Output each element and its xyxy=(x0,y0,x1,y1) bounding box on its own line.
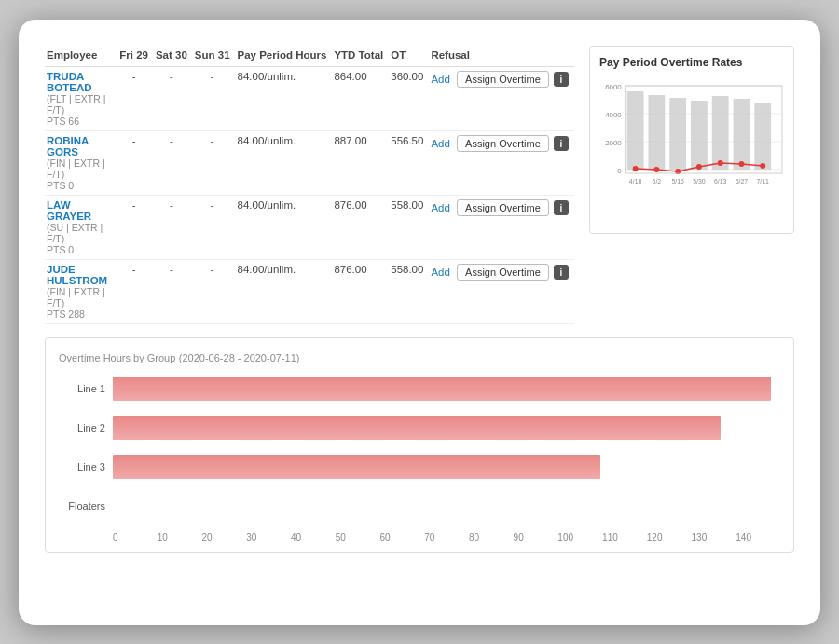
svg-text:4/18: 4/18 xyxy=(629,177,642,184)
fri-cell: - xyxy=(117,66,154,130)
ot-chart-svg: 6000 4000 2000 0 xyxy=(599,76,784,226)
pay-period-cell: 84.00/unlim. xyxy=(236,195,333,259)
bottom-chart-main-title: Overtime Hours by Group xyxy=(59,352,175,363)
main-content: Employee Fri 29 Sat 30 Sun 31 Pay Period… xyxy=(45,46,794,553)
svg-point-15 xyxy=(633,166,639,171)
sat-cell: - xyxy=(154,130,193,195)
svg-point-21 xyxy=(760,163,765,169)
hbar-row: Line 1 xyxy=(59,376,780,402)
fri-cell: - xyxy=(117,130,154,195)
axis-label: 90 xyxy=(514,532,558,542)
col-ot: OT xyxy=(389,46,429,67)
emp-name[interactable]: JUDEHULSTROM xyxy=(47,264,112,286)
hbar-row: Line 2 xyxy=(59,415,780,441)
emp-name[interactable]: TRUDABOTEAD xyxy=(47,71,112,93)
emp-pts: PTS 0 xyxy=(47,244,112,255)
sun-cell: - xyxy=(193,130,236,195)
axis-label: 40 xyxy=(291,532,336,542)
device-frame: Employee Fri 29 Sat 30 Sun 31 Pay Period… xyxy=(19,20,820,625)
employee-table-wrap: Employee Fri 29 Sat 30 Sun 31 Pay Period… xyxy=(45,46,574,324)
col-employee: Employee xyxy=(45,46,117,67)
svg-point-16 xyxy=(653,167,659,172)
col-fri: Fri 29 xyxy=(117,46,154,67)
pay-period-cell: 84.00/unlim. xyxy=(236,259,333,323)
hbar-track xyxy=(113,455,780,479)
info-icon[interactable]: i xyxy=(554,265,569,280)
axis-label: 50 xyxy=(336,532,380,542)
assign-overtime-button[interactable]: Assign Overtime xyxy=(457,199,549,216)
sat-cell: - xyxy=(154,259,193,323)
emp-name[interactable]: LAWGRAYER xyxy=(47,199,112,222)
svg-rect-8 xyxy=(627,91,644,170)
info-icon[interactable]: i xyxy=(554,136,569,151)
axis-label: 110 xyxy=(602,532,647,542)
add-link[interactable]: Add xyxy=(431,202,449,213)
col-sat: Sat 30 xyxy=(154,46,193,67)
svg-text:5/2: 5/2 xyxy=(653,177,662,184)
hbar-fill xyxy=(113,377,771,401)
emp-info-cell: LAWGRAYER (SU | EXTR | F/T) PTS 0 xyxy=(45,195,117,259)
emp-pts: PTS 288 xyxy=(47,308,112,320)
svg-rect-14 xyxy=(754,103,771,170)
add-link[interactable]: Add xyxy=(431,74,449,85)
employee-table: Employee Fri 29 Sat 30 Sun 31 Pay Period… xyxy=(45,46,574,324)
hbar-label: Line 2 xyxy=(59,422,113,433)
col-refusal: Refusal xyxy=(429,46,574,67)
pay-period-cell: 84.00/unlim. xyxy=(236,130,333,195)
hbar-label: Floaters xyxy=(59,500,113,512)
horiz-bar-chart: Line 1 Line 2 Line 3 Floaters xyxy=(59,376,780,519)
hbar-label: Line 1 xyxy=(59,383,113,394)
bar-chart-area: 6000 4000 2000 0 xyxy=(599,76,784,226)
add-link[interactable]: Add xyxy=(431,138,449,149)
emp-meta: (FIN | EXTR | F/T) xyxy=(47,158,112,180)
fri-cell: - xyxy=(117,195,154,259)
axis-label: 140 xyxy=(736,532,780,542)
col-pay-period: Pay Period Hours xyxy=(236,46,333,67)
hbar-track xyxy=(113,416,780,440)
assign-overtime-button[interactable]: Assign Overtime xyxy=(457,71,549,88)
svg-text:5/16: 5/16 xyxy=(671,177,684,184)
add-link[interactable]: Add xyxy=(431,267,449,278)
emp-info-cell: JUDEHULSTROM (FIN | EXTR | F/T) PTS 288 xyxy=(45,259,117,323)
hbar-row: Floaters xyxy=(59,493,780,519)
axis-label: 30 xyxy=(246,532,291,542)
emp-name[interactable]: ROBINAGORS xyxy=(47,135,112,158)
ytd-cell: 887.00 xyxy=(332,130,389,195)
assign-overtime-button[interactable]: Assign Overtime xyxy=(457,135,549,152)
hbar-row: Line 3 xyxy=(59,454,780,480)
bottom-chart-wrap: Overtime Hours by Group (2020-06-28 - 20… xyxy=(45,337,794,553)
emp-pts: PTS 66 xyxy=(47,116,112,127)
hbar-fill xyxy=(113,416,721,440)
axis-label: 100 xyxy=(557,532,602,542)
ytd-cell: 864.00 xyxy=(332,66,389,130)
svg-point-20 xyxy=(738,161,744,167)
assign-overtime-button[interactable]: Assign Overtime xyxy=(457,264,549,281)
axis-label: 60 xyxy=(379,532,424,542)
svg-rect-13 xyxy=(734,99,750,170)
col-sun: Sun 31 xyxy=(193,46,236,67)
table-row: JUDEHULSTROM (FIN | EXTR | F/T) PTS 288 … xyxy=(45,259,574,323)
table-header-row: Employee Fri 29 Sat 30 Sun 31 Pay Period… xyxy=(45,46,574,67)
emp-meta: (FLT | EXTR | F/T) xyxy=(47,93,112,116)
info-icon[interactable]: i xyxy=(554,200,569,215)
table-row: LAWGRAYER (SU | EXTR | F/T) PTS 0 - - - … xyxy=(45,195,574,259)
hbar-label: Line 3 xyxy=(59,461,113,473)
col-ytd: YTD Total xyxy=(332,46,389,67)
ytd-cell: 876.00 xyxy=(332,259,389,323)
axis-label: 120 xyxy=(647,532,692,542)
ot-chart-title: Pay Period Overtime Rates xyxy=(599,56,784,69)
emp-info-cell: ROBINAGORS (FIN | EXTR | F/T) PTS 0 xyxy=(45,130,117,195)
ytd-cell: 876.00 xyxy=(332,195,389,259)
sat-cell: - xyxy=(154,195,193,259)
bottom-chart-title: Overtime Hours by Group (2020-06-28 - 20… xyxy=(59,351,780,364)
svg-point-19 xyxy=(718,160,723,166)
info-icon[interactable]: i xyxy=(554,72,569,87)
emp-info-cell: TRUDABOTEAD (FLT | EXTR | F/T) PTS 66 xyxy=(45,66,117,130)
ot-cell: 558.00 xyxy=(389,259,429,323)
svg-text:2000: 2000 xyxy=(605,138,622,146)
hbar-track xyxy=(113,377,780,401)
svg-text:0: 0 xyxy=(617,166,622,174)
axis-label: 70 xyxy=(424,532,469,542)
ot-chart-panel: Pay Period Overtime Rates 6000 4000 2000… xyxy=(589,46,794,234)
svg-rect-10 xyxy=(669,98,686,170)
